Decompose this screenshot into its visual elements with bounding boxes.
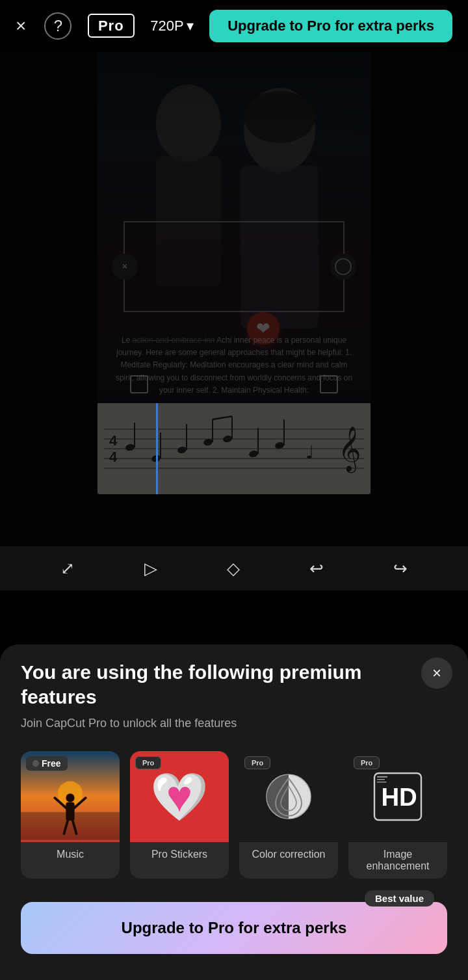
top-bar-left: × ?	[16, 12, 72, 40]
stickers-label: Pro Stickers	[130, 842, 229, 867]
svg-point-33	[66, 793, 74, 802]
feature-card-music[interactable]: Free	[21, 751, 120, 879]
expand-icon[interactable]: ⤢	[60, 559, 75, 579]
upgrade-button-text: Upgrade to Pro for extra perks	[122, 919, 347, 936]
upgrade-section: Best value Upgrade to Pro for extra perk…	[21, 902, 447, 954]
feature-card-stickers[interactable]: Pro 🤍 ♥ Pro Stickers	[130, 751, 229, 879]
color-correction-icon	[263, 771, 315, 823]
feature-card-color[interactable]: Pro Color correction	[239, 751, 338, 879]
panel-close-button[interactable]: ×	[421, 657, 452, 689]
svg-text:HD: HD	[381, 783, 417, 811]
music-label: Music	[21, 842, 120, 867]
video-preview: × ❤ Le action-and-embrace-inn Achi inner…	[0, 52, 468, 546]
sticker-card-image: Pro 🤍 ♥	[130, 751, 229, 842]
top-bar: × ? Pro 720P ▾ Upgrade to Pro for extra …	[0, 0, 468, 52]
features-row: Free	[21, 751, 447, 879]
hd-enhancement-icon: HD	[372, 771, 424, 823]
best-value-badge: Best value	[365, 890, 434, 907]
panel-subtitle: Join CapCut Pro to unlock all the featur…	[21, 717, 447, 730]
play-icon[interactable]: ▷	[144, 559, 157, 579]
resolution-selector[interactable]: 720P ▾	[150, 18, 193, 34]
feature-card-enhancement[interactable]: Pro HD Image enhancement	[348, 751, 447, 879]
pink-heart-icon: ♥	[166, 771, 192, 821]
pro-badge-top[interactable]: Pro	[88, 18, 135, 34]
color-label: Color correction	[239, 842, 338, 867]
upgrade-button[interactable]: Upgrade to Pro for extra perks	[21, 902, 447, 954]
free-badge: Free	[26, 756, 68, 771]
free-dot	[32, 760, 39, 767]
help-icon[interactable]: ?	[44, 12, 72, 40]
close-icon[interactable]: ×	[16, 16, 26, 36]
pro-badge-enhancement: Pro	[354, 756, 380, 769]
enhancement-label: Image enhancement	[348, 842, 447, 879]
music-card-image: Free	[21, 751, 120, 842]
color-card-image: Pro	[239, 751, 338, 842]
svg-rect-34	[66, 802, 74, 821]
export-button[interactable]: Upgrade to Pro for extra perks	[209, 10, 452, 42]
timeline-bar: ⤢ ▷ ◇ ↩ ↪	[0, 546, 468, 590]
enhancement-card-image: Pro HD	[348, 751, 447, 842]
pro-badge-color: Pro	[244, 756, 270, 769]
diamond-icon[interactable]: ◇	[227, 559, 240, 579]
premium-panel: × You are using the following premium fe…	[0, 644, 468, 980]
undo-icon[interactable]: ↩	[309, 559, 324, 579]
pro-badge-sticker: Pro	[135, 756, 161, 769]
panel-title: You are using the following premium feat…	[21, 660, 385, 709]
redo-icon[interactable]: ↪	[393, 559, 408, 579]
